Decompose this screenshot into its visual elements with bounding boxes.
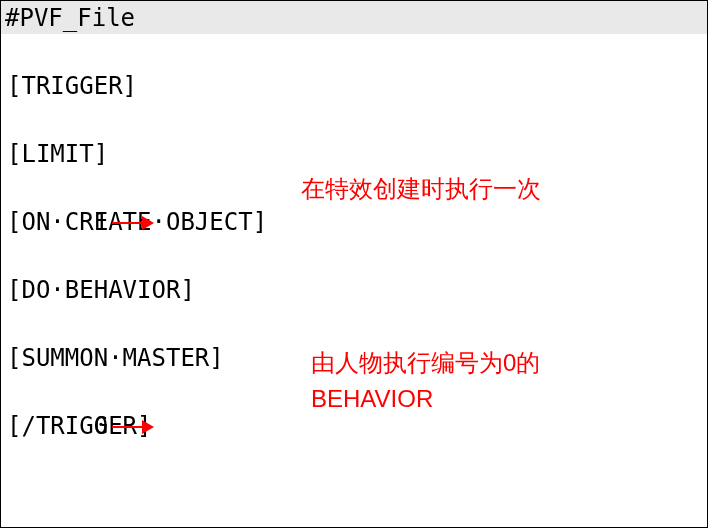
code-line: [DO·BEHAVIOR] — [7, 273, 701, 307]
code-area: [TRIGGER] [LIMIT] 1 [ON·CREATE·OBJECT] [… — [1, 35, 707, 443]
blank-line — [7, 35, 701, 69]
blank-line — [7, 239, 701, 273]
number-literal: 0 — [94, 409, 108, 443]
title-bar: #PVF_File — [1, 1, 707, 35]
code-line: [TRIGGER] — [7, 69, 701, 103]
annotation-text: 在特效创建时执行一次 — [301, 171, 541, 207]
annotation-text: 由人物执行编号为0的BEHAVIOR — [311, 345, 591, 417]
blank-line — [7, 307, 701, 341]
arrow-icon — [112, 222, 152, 224]
blank-line — [7, 103, 701, 137]
code-window: #PVF_File [TRIGGER] [LIMIT] 1 [ON·CREATE… — [0, 0, 708, 528]
number-literal: 1 — [94, 205, 108, 239]
arrow-icon — [112, 426, 152, 428]
code-line: [LIMIT] — [7, 137, 701, 171]
title-text: #PVF_File — [5, 4, 135, 32]
